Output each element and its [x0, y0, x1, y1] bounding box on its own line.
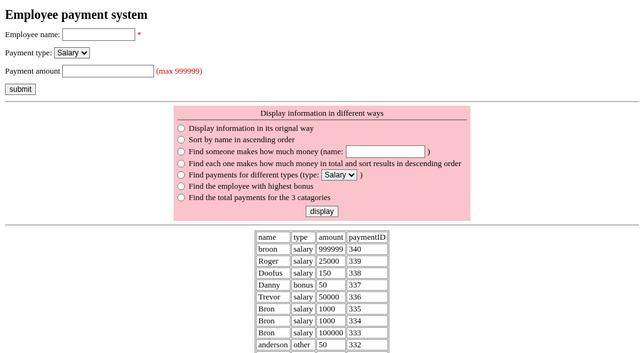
table-row: Bronsalary1000335	[256, 303, 388, 315]
table-row: Doofussalary150338	[256, 267, 388, 279]
payment-amount-label: Payment amount	[5, 66, 60, 76]
table-row: Bronsalary1000334	[256, 315, 388, 327]
table-cell: 340	[347, 244, 388, 255]
table-cell: 333	[347, 327, 388, 339]
table-cell: Doofus	[256, 267, 291, 279]
table-cell: Bron	[256, 327, 291, 339]
table-cell: bonus	[291, 279, 316, 291]
option-total-categories-radio[interactable]	[177, 194, 185, 201]
option-original-radio[interactable]	[177, 125, 185, 132]
display-button[interactable]	[306, 206, 338, 217]
table-cell: 335	[347, 303, 388, 315]
table-cell: 1000	[316, 303, 346, 315]
table-cell: 50	[316, 279, 346, 291]
payment-amount-input[interactable]	[62, 65, 154, 77]
payment-type-select[interactable]: Salary	[54, 47, 90, 59]
option-total-categories-label: Find the total payments for the 3 catago…	[189, 192, 331, 203]
table-header-cell: paymentID	[347, 232, 388, 243]
employee-name-label: Employee name:	[5, 30, 60, 39]
option-total-desc-label: Find each one makes how much money in to…	[189, 158, 461, 169]
table-cell: 337	[347, 279, 388, 291]
table-cell: anderson	[256, 339, 291, 350]
table-cell: salary	[291, 267, 316, 279]
table-cell: salary	[291, 315, 316, 327]
option-sort-name-radio[interactable]	[177, 136, 185, 143]
option-highest-bonus-label: Find the employee with highest bonus	[189, 181, 313, 192]
option-find-name-label-suffix: )	[428, 146, 430, 157]
table-cell: 999999	[316, 244, 346, 255]
table-cell: Roger	[256, 255, 291, 267]
table-cell: 150	[316, 267, 346, 279]
panel-title: Display information in different ways	[177, 108, 467, 120]
option-find-type-label-suffix: )	[360, 169, 362, 181]
table-cell: 339	[347, 255, 388, 267]
table-cell: 336	[347, 291, 388, 303]
employee-name-input[interactable]	[62, 28, 135, 41]
table-cell: 25000	[316, 255, 346, 267]
table-cell: Bron	[256, 303, 291, 315]
table-cell: other	[291, 339, 316, 350]
option-find-type-radio[interactable]	[177, 171, 185, 179]
table-row: Dannybonus50337	[256, 279, 388, 291]
table-cell: 1000	[316, 315, 346, 327]
find-name-input[interactable]	[346, 145, 425, 158]
payment-type-label: Payment type:	[5, 48, 52, 57]
table-cell: 334	[347, 315, 388, 327]
required-marker: *	[137, 30, 142, 39]
option-sort-name-label: Sort by name in ascending order	[189, 134, 295, 145]
table-row: Bronsalary100000333	[256, 327, 388, 339]
table-row: andersonother50332	[256, 339, 388, 350]
table-cell: salary	[291, 291, 316, 303]
table-cell: 338	[347, 267, 388, 279]
payments-table: nametypeamountpaymentID broonsalary99999…	[255, 230, 389, 353]
table-cell: 100000	[316, 327, 346, 339]
option-find-name-label-prefix: Find someone makes how much money (name:	[189, 146, 343, 157]
table-row: Trevorsalary50000336	[256, 291, 388, 303]
display-options-panel: Display information in different ways Di…	[174, 106, 470, 221]
option-find-type-label-prefix: Find payments for different types (type:	[189, 169, 319, 181]
table-cell: salary	[291, 244, 316, 255]
page-title: Employee payment system	[5, 8, 639, 22]
option-total-desc-radio[interactable]	[177, 160, 185, 167]
table-cell: Bron	[256, 315, 291, 327]
find-type-select[interactable]: Salary	[321, 169, 357, 181]
table-cell: 332	[347, 339, 388, 350]
divider	[5, 101, 639, 102]
option-highest-bonus-radio[interactable]	[177, 182, 185, 190]
table-header-cell: name	[256, 232, 291, 243]
divider-2	[5, 225, 639, 225]
table-cell: salary	[291, 327, 316, 339]
table-header-cell: type	[291, 232, 316, 243]
table-row: broonsalary999999340	[256, 244, 388, 255]
table-cell: salary	[291, 255, 316, 267]
table-cell: 50	[316, 339, 346, 350]
option-original-label: Display information in its orignal way	[189, 123, 314, 134]
submit-button[interactable]	[5, 84, 36, 95]
amount-hint: (max 999999)	[156, 66, 202, 76]
table-cell: salary	[291, 303, 316, 315]
option-find-name-radio[interactable]	[177, 148, 185, 155]
table-header-cell: amount	[316, 232, 346, 243]
table-cell: broon	[256, 244, 291, 255]
table-cell: Danny	[256, 279, 291, 291]
table-cell: 50000	[316, 291, 346, 303]
table-cell: Trevor	[256, 291, 291, 303]
table-row: Rogersalary25000339	[256, 255, 388, 267]
